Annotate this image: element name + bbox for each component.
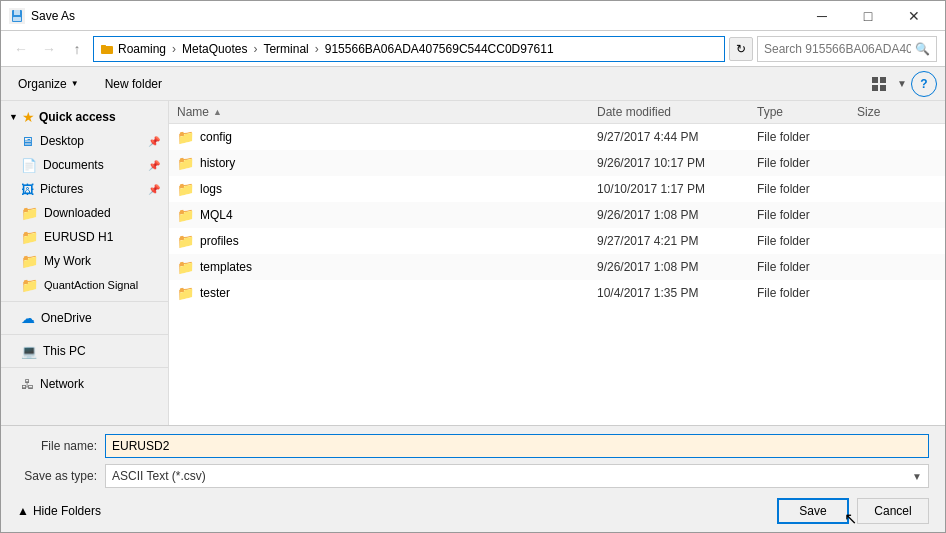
- sidebar-divider-3: [1, 367, 168, 368]
- svg-rect-7: [880, 77, 886, 83]
- file-name: history: [200, 156, 235, 170]
- refresh-button[interactable]: ↻: [729, 37, 753, 61]
- savetype-select[interactable]: ASCII Text (*.csv) ▼: [105, 464, 929, 488]
- sidebar-item-desktop[interactable]: 🖥 Desktop 📌: [1, 129, 168, 153]
- maximize-button[interactable]: □: [845, 1, 891, 31]
- folder-icon-downloaded: 📁: [21, 205, 38, 221]
- filename-row: File name:: [17, 434, 929, 458]
- file-name: config: [200, 130, 232, 144]
- sidebar-item-quantaction[interactable]: 📁 QuantAction Signal: [1, 273, 168, 297]
- file-type: File folder: [757, 156, 857, 170]
- search-icon: 🔍: [915, 42, 930, 56]
- file-modified: 9/26/2017 1:08 PM: [597, 260, 757, 274]
- search-box[interactable]: 🔍: [757, 36, 937, 62]
- back-button[interactable]: ←: [9, 37, 33, 61]
- savetype-value: ASCII Text (*.csv): [112, 469, 206, 483]
- file-name-cell: 📁 tester: [177, 285, 597, 301]
- title-bar: Save As ─ □ ✕: [1, 1, 945, 31]
- col-name[interactable]: Name ▲: [177, 105, 597, 119]
- file-name-cell: 📁 MQL4: [177, 207, 597, 223]
- bottom-section: File name: Save as type: ASCII Text (*.c…: [1, 425, 945, 532]
- forward-button[interactable]: →: [37, 37, 61, 61]
- sidebar-item-pictures[interactable]: 🖼 Pictures 📌: [1, 177, 168, 201]
- filename-label: File name:: [17, 439, 97, 453]
- path-icon: [100, 42, 114, 56]
- address-bar: ← → ↑ Roaming › MetaQuotes › Terminal › …: [1, 31, 945, 67]
- sidebar-item-onedrive[interactable]: ☁ OneDrive: [1, 306, 168, 330]
- sidebar-item-eurusd[interactable]: 📁 EURUSD H1: [1, 225, 168, 249]
- search-input[interactable]: [764, 42, 911, 56]
- minimize-button[interactable]: ─: [799, 1, 845, 31]
- address-path[interactable]: Roaming › MetaQuotes › Terminal › 915566…: [93, 36, 725, 62]
- file-modified: 9/27/2017 4:21 PM: [597, 234, 757, 248]
- file-modified: 10/10/2017 1:17 PM: [597, 182, 757, 196]
- view-dropdown-arrow: ▼: [897, 78, 907, 89]
- file-name: tester: [200, 286, 230, 300]
- file-type: File folder: [757, 130, 857, 144]
- thispc-icon: 💻: [21, 344, 37, 359]
- col-size[interactable]: Size: [857, 105, 937, 119]
- toolbar: Organize ▼ New folder ▼ ?: [1, 67, 945, 101]
- col-modified[interactable]: Date modified: [597, 105, 757, 119]
- table-row[interactable]: 📁 config 9/27/2017 4:44 PM File folder: [169, 124, 945, 150]
- file-name-cell: 📁 templates: [177, 259, 597, 275]
- file-list-header: Name ▲ Date modified Type Size: [169, 101, 945, 124]
- save-as-dialog: Save As ─ □ ✕ ← → ↑ Roaming › MetaQuotes…: [0, 0, 946, 533]
- file-name-cell: 📁 config: [177, 129, 597, 145]
- table-row[interactable]: 📁 tester 10/4/2017 1:35 PM File folder: [169, 280, 945, 306]
- pin-icon-pictures: 📌: [148, 184, 160, 195]
- sidebar-item-documents[interactable]: 📄 Documents 📌: [1, 153, 168, 177]
- savetype-arrow: ▼: [912, 471, 922, 482]
- help-button[interactable]: ?: [911, 71, 937, 97]
- col-type[interactable]: Type: [757, 105, 857, 119]
- table-row[interactable]: 📁 MQL4 9/26/2017 1:08 PM File folder: [169, 202, 945, 228]
- savetype-row: Save as type: ASCII Text (*.csv) ▼: [17, 464, 929, 488]
- content-area: ▼ ★ Quick access 🖥 Desktop 📌 📄 Documents…: [1, 101, 945, 425]
- pictures-icon: 🖼: [21, 182, 34, 197]
- file-name-cell: 📁 history: [177, 155, 597, 171]
- file-rows: 📁 config 9/27/2017 4:44 PM File folder 📁…: [169, 124, 945, 306]
- new-folder-button[interactable]: New folder: [96, 73, 171, 95]
- svg-rect-3: [13, 17, 21, 21]
- file-folder-icon: 📁: [177, 259, 194, 275]
- hide-folders-label: Hide Folders: [33, 504, 101, 518]
- sidebar-item-mywork[interactable]: 📁 My Work: [1, 249, 168, 273]
- file-name: profiles: [200, 234, 239, 248]
- close-button[interactable]: ✕: [891, 1, 937, 31]
- table-row[interactable]: 📁 logs 10/10/2017 1:17 PM File folder: [169, 176, 945, 202]
- sidebar-item-downloaded[interactable]: 📁 Downloaded: [1, 201, 168, 225]
- table-row[interactable]: 📁 profiles 9/27/2017 4:21 PM File folder: [169, 228, 945, 254]
- cursor-icon: ↖: [844, 509, 857, 528]
- organize-button[interactable]: Organize ▼: [9, 73, 88, 95]
- svg-rect-5: [101, 45, 106, 48]
- file-modified: 9/26/2017 1:08 PM: [597, 208, 757, 222]
- desktop-icon: 🖥: [21, 134, 34, 149]
- save-button[interactable]: Save ↖: [777, 498, 849, 524]
- view-button[interactable]: [865, 71, 893, 97]
- folder-icon-eurusd: 📁: [21, 229, 38, 245]
- path-metaquotes: MetaQuotes: [182, 42, 247, 56]
- sidebar-item-network[interactable]: 🖧 Network: [1, 372, 168, 396]
- file-type: File folder: [757, 208, 857, 222]
- table-row[interactable]: 📁 templates 9/26/2017 1:08 PM File folde…: [169, 254, 945, 280]
- sort-arrow: ▲: [213, 107, 222, 117]
- cancel-button[interactable]: Cancel: [857, 498, 929, 524]
- onedrive-icon: ☁: [21, 310, 35, 326]
- sidebar-divider-2: [1, 334, 168, 335]
- file-name: logs: [200, 182, 222, 196]
- svg-rect-9: [880, 85, 886, 91]
- path-roaming: Roaming: [118, 42, 166, 56]
- up-button[interactable]: ↑: [65, 37, 89, 61]
- file-folder-icon: 📁: [177, 181, 194, 197]
- file-folder-icon: 📁: [177, 207, 194, 223]
- quick-access-header[interactable]: ▼ ★ Quick access: [1, 105, 168, 129]
- pin-icon-documents: 📌: [148, 160, 160, 171]
- hide-folders-button[interactable]: ▲ Hide Folders: [17, 504, 101, 518]
- pin-icon-desktop: 📌: [148, 136, 160, 147]
- sidebar-item-thispc[interactable]: 💻 This PC: [1, 339, 168, 363]
- filename-input[interactable]: [105, 434, 929, 458]
- svg-rect-2: [14, 10, 20, 15]
- table-row[interactable]: 📁 history 9/26/2017 10:17 PM File folder: [169, 150, 945, 176]
- documents-icon: 📄: [21, 158, 37, 173]
- file-type: File folder: [757, 260, 857, 274]
